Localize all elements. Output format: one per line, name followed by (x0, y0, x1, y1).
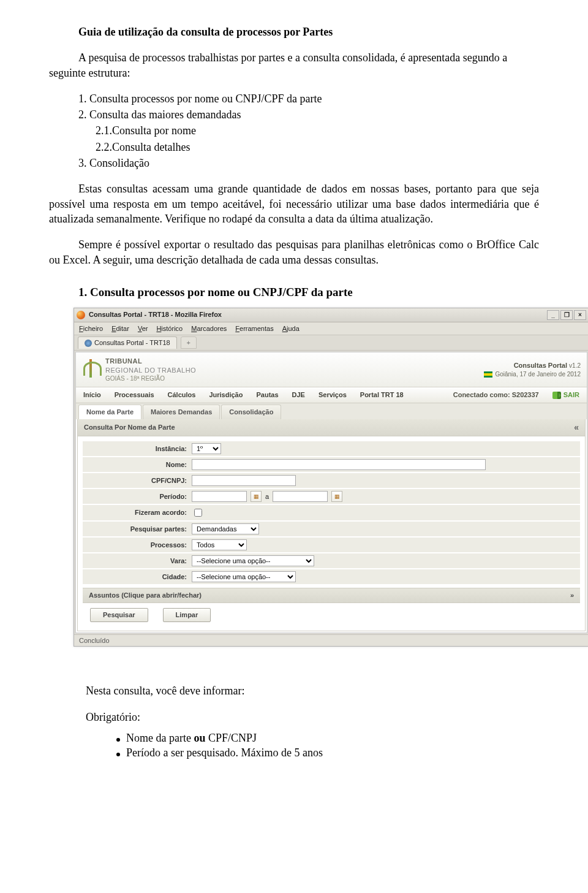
firefox-icon (77, 311, 85, 319)
footer-oblig: Obrigatório: (86, 710, 539, 724)
partes-select[interactable]: Demandadas (192, 523, 259, 534)
periodo-from-input[interactable] (192, 491, 247, 502)
doc-title: Guia de utilização da consulta de proces… (49, 25, 539, 39)
footer-lead: Nesta consulta, você deve informar: (86, 683, 539, 698)
window-close-button[interactable]: × (574, 310, 586, 320)
tab-nome-da-parte[interactable]: Nome da Parte (78, 405, 141, 419)
doc-outline: 1. Consulta processos por nome ou CNPJ/C… (78, 91, 539, 170)
window-titlebar: Consultas Portal - TRT18 - Mozilla Firef… (74, 308, 588, 322)
menu-item[interactable]: Editar (111, 324, 129, 333)
nome-label: Nome: (83, 460, 192, 469)
cpf-label: CPF/CNPJ: (83, 476, 192, 485)
window-restore-button[interactable]: ❐ (560, 310, 573, 320)
calendar-icon[interactable]: ▦ (251, 491, 262, 502)
portal-name: Consultas Portal (514, 362, 567, 369)
doc-p1-text: Estas consultas acessam uma grande quant… (49, 183, 539, 225)
nav-item-jurisdicao[interactable]: Jurisdição (209, 390, 243, 400)
periodo-to-input[interactable] (273, 491, 328, 502)
menu-item[interactable]: Marcadores (191, 324, 227, 333)
vara-label: Vara: (83, 557, 192, 566)
assuntos-header[interactable]: Assuntos (Clique para abrir/fechar) » (83, 588, 580, 603)
pesquisar-button[interactable]: Pesquisar (90, 608, 148, 622)
doc-p2: Sempre é possível exportar o resultado d… (49, 237, 539, 267)
page-content: TRIBUNAL REGIONAL DO TRABALHO GOIÁS - 18… (75, 352, 587, 633)
periodo-sep: a (265, 492, 269, 501)
content-tabs: Nome da Parte Maiores Demandas Consolida… (76, 403, 587, 419)
bullet-icon (116, 753, 120, 756)
trt-logo-icon (82, 359, 99, 380)
vara-select[interactable]: --Selecione uma opção-- (192, 555, 314, 566)
window-title: Consultas Portal - TRT18 - Mozilla Firef… (89, 310, 222, 319)
org-sub: GOIÁS - 18ª REGIÃO (105, 374, 196, 383)
embedded-screenshot: Consultas Portal - TRT18 - Mozilla Firef… (74, 308, 588, 647)
nome-input[interactable] (192, 459, 486, 470)
calendar-icon[interactable]: ▦ (331, 491, 342, 502)
assuntos-label: Assuntos (Clique para abrir/fechar) (89, 591, 202, 600)
portal-version: v1.2 (569, 362, 581, 369)
nav-item-inicio[interactable]: Início (83, 390, 101, 400)
instancia-label: Instância: (83, 444, 192, 454)
menu-item[interactable]: Ficheiro (79, 324, 103, 333)
nav-item-dje[interactable]: DJE (292, 390, 305, 400)
bullet-item: Período a ser pesquisado. Máximo de 5 an… (116, 745, 539, 760)
cidade-label: Cidade: (83, 572, 192, 582)
collapse-icon[interactable]: « (574, 422, 579, 433)
browser-tab-label: Consultas Portal - TRT18 (94, 338, 170, 348)
menu-item[interactable]: Ver (138, 324, 148, 333)
portal-date: Goiânia, 17 de Janeiro de 2012 (495, 371, 581, 378)
search-panel: Consulta Por Nome da Parte « Instância: … (77, 419, 586, 631)
panel-title: Consulta Por Nome da Parte (84, 423, 175, 432)
bullet-icon (116, 738, 120, 742)
acordo-checkbox[interactable] (194, 509, 202, 517)
logout-icon (552, 392, 561, 399)
browser-tabbar: Consultas Portal - TRT18 + (74, 335, 588, 351)
browser-statusbar: Concluído (74, 634, 588, 647)
limpar-button[interactable]: Limpar (163, 608, 211, 622)
cpf-input[interactable] (192, 475, 296, 486)
nav-item-pautas[interactable]: Pautas (256, 390, 278, 400)
nav-item-portal-trt18[interactable]: Portal TRT 18 (360, 390, 404, 400)
bullet-item: Nome da parte ou CPF/CNPJ (116, 731, 539, 745)
org-line2: REGIONAL DO TRABALHO (105, 367, 196, 374)
processos-label: Processos: (83, 541, 192, 550)
periodo-label: Período: (83, 492, 192, 501)
outline-item: 3. Consolidação (78, 156, 539, 170)
portal-navbar: Início Processuais Cálculos Jurisdição P… (76, 387, 587, 403)
browser-tab[interactable]: Consultas Portal - TRT18 (78, 336, 177, 349)
portal-header: TRIBUNAL REGIONAL DO TRABALHO GOIÁS - 18… (76, 352, 587, 387)
outline-item: 2.1.Consulta por nome (96, 123, 539, 138)
section-heading-1: 1. Consulta processos por nome ou CNPJ/C… (78, 284, 539, 300)
acordo-label: Fizeram acordo: (83, 508, 192, 517)
menu-item[interactable]: Ajuda (282, 324, 300, 333)
processos-select[interactable]: Todos (192, 539, 247, 550)
tab-maiores-demandas[interactable]: Maiores Demandas (143, 405, 220, 419)
menu-item[interactable]: Histórico (156, 324, 183, 333)
instancia-select[interactable]: 1º (192, 443, 221, 454)
nav-item-processuais[interactable]: Processuais (115, 390, 154, 400)
tab-consolidacao[interactable]: Consolidação (221, 405, 281, 419)
menu-item[interactable]: Ferramentas (235, 324, 273, 333)
connected-as: Conectado como: S202337 (453, 390, 539, 400)
doc-p1: Estas consultas acessam uma grande quant… (49, 181, 539, 226)
logout-button[interactable]: SAIR (552, 390, 579, 400)
new-tab-button[interactable]: + (181, 336, 197, 349)
doc-intro-text: A pesquisa de processos trabalhistas por… (49, 51, 507, 78)
org-line1: TRIBUNAL (105, 357, 142, 365)
outline-item: 2. Consulta das maiores demandadas (78, 107, 539, 122)
cidade-select[interactable]: --Selecione uma opção-- (192, 571, 296, 582)
panel-header[interactable]: Consulta Por Nome da Parte « (78, 419, 585, 436)
goias-flag-icon (484, 371, 492, 378)
window-minimize-button[interactable]: _ (547, 310, 559, 320)
expand-icon[interactable]: » (570, 591, 574, 600)
doc-p2-text: Sempre é possível exportar o resultado d… (49, 238, 539, 265)
nav-item-servicos[interactable]: Serviços (318, 390, 347, 400)
favicon-icon (85, 340, 92, 347)
browser-menubar: Ficheiro Editar Ver Histórico Marcadores… (74, 322, 588, 336)
partes-label: Pesquisar partes: (83, 525, 192, 534)
outline-item: 1. Consulta processos por nome ou CNPJ/C… (78, 91, 539, 106)
nav-item-calculos[interactable]: Cálculos (168, 390, 196, 400)
doc-intro: A pesquisa de processos trabalhistas por… (49, 50, 539, 80)
outline-item: 2.2.Consulta detalhes (96, 140, 539, 154)
